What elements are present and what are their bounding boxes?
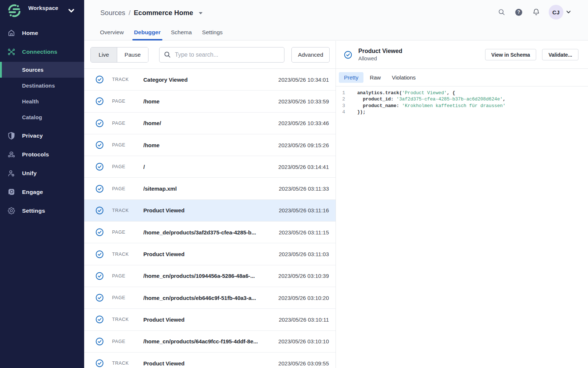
shield-icon bbox=[8, 132, 15, 140]
sidebar-item-protocols[interactable]: Protocols bbox=[0, 145, 84, 164]
tab-debugger[interactable]: Debugger bbox=[134, 29, 161, 40]
event-name: / bbox=[143, 164, 278, 170]
event-list-pane: Live Pause Advanced TRACK Categ bbox=[84, 41, 336, 368]
workspace-label: Workspace bbox=[28, 5, 58, 11]
search-icon[interactable] bbox=[498, 9, 505, 15]
search-icon bbox=[498, 9, 505, 15]
search-input[interactable] bbox=[175, 52, 280, 58]
event-row[interactable]: PAGE /home_cn/products/64ac9fcc-f195-4dd… bbox=[84, 331, 336, 353]
search-icon bbox=[164, 51, 171, 58]
check-circle-icon bbox=[96, 294, 104, 302]
event-timestamp: 2023/05/26 03:14:41 bbox=[278, 164, 329, 170]
event-row[interactable]: PAGE /home/ 2023/05/26 10:33:46 bbox=[84, 113, 336, 134]
page-header: Sources / Ecommerce Home ? CJ bbox=[84, 0, 588, 40]
advanced-button[interactable]: Advanced bbox=[291, 47, 330, 63]
check-circle-icon bbox=[96, 228, 104, 236]
view-in-schema-button[interactable]: View in Schema bbox=[485, 49, 537, 60]
chevron-down-icon[interactable] bbox=[566, 11, 571, 14]
event-search bbox=[159, 47, 284, 63]
help-icon[interactable]: ? bbox=[515, 9, 522, 16]
tab-raw[interactable]: Raw bbox=[370, 72, 381, 83]
sidebar-item-label: Settings bbox=[22, 208, 45, 214]
check-circle-icon bbox=[96, 163, 104, 171]
sidebar-item-health[interactable]: Health bbox=[0, 93, 84, 109]
home-icon bbox=[8, 29, 15, 37]
event-row[interactable]: TRACK Product Viewed 2023/05/26 03:10:11 bbox=[84, 309, 336, 330]
event-name: /home/ bbox=[143, 120, 278, 126]
sidebar-item-unify[interactable]: Unify bbox=[0, 164, 84, 183]
event-name: /home_cn/products/eb646c9f-51fb-40a3-a..… bbox=[143, 295, 278, 301]
connections-subnav: Sources Destinations Health Catalog bbox=[0, 62, 84, 125]
code-token-string: 'Product Viewed' bbox=[402, 90, 447, 96]
tab-schema[interactable]: Schema bbox=[171, 29, 192, 40]
tab-violations[interactable]: Violations bbox=[392, 72, 416, 83]
live-button[interactable]: Live bbox=[91, 47, 117, 62]
event-name: Product Viewed bbox=[143, 360, 278, 367]
check-circle-icon bbox=[96, 185, 104, 193]
breadcrumb-sources-link[interactable]: Sources bbox=[100, 9, 125, 17]
sidebar: Workspace Home bbox=[0, 0, 84, 368]
sidebar-item-engage[interactable]: Engage bbox=[0, 183, 84, 201]
event-timestamp: 2023/05/26 03:10:11 bbox=[279, 316, 329, 323]
workspace-switcher[interactable]: Workspace bbox=[0, 0, 84, 21]
event-timestamp: 2023/05/26 03:10:39 bbox=[278, 273, 329, 279]
event-detail-pane: Product Viewed Allowed View in Schema Va… bbox=[336, 41, 588, 368]
event-name: /sitemap.xml bbox=[143, 185, 279, 192]
tab-overview[interactable]: Overview bbox=[100, 29, 124, 40]
tab-settings[interactable]: Settings bbox=[202, 29, 223, 40]
avatar[interactable]: CJ bbox=[549, 5, 563, 20]
check-circle-icon bbox=[96, 315, 104, 323]
event-timestamp: 2023/05/26 10:34:01 bbox=[278, 77, 329, 83]
code-token-code: , { bbox=[447, 90, 455, 96]
connections-icon bbox=[8, 48, 15, 56]
event-row[interactable]: TRACK Product Viewed 2023/05/26 03:11:16 bbox=[84, 200, 336, 222]
event-row[interactable]: PAGE /home_cn/products/eb646c9f-51fb-40a… bbox=[84, 287, 336, 309]
sidebar-item-connections[interactable]: Connections bbox=[0, 42, 84, 61]
check-circle-icon bbox=[96, 97, 104, 105]
sidebar-item-catalog[interactable]: Catalog bbox=[0, 109, 84, 125]
event-name: Product Viewed bbox=[143, 207, 279, 213]
event-type-label: PAGE bbox=[112, 339, 143, 344]
event-timestamp: 2023/05/26 03:10:20 bbox=[278, 295, 329, 301]
sidebar-item-destinations[interactable]: Destinations bbox=[0, 78, 84, 93]
event-row[interactable]: PAGE /home 2023/05/26 10:33:59 bbox=[84, 91, 336, 112]
sidebar-item-label: Engage bbox=[22, 189, 43, 195]
payload-code: 1234 analytics.track('Product Viewed', {… bbox=[336, 86, 588, 115]
event-row[interactable]: TRACK Product Viewed 2023/05/26 03:09:55 bbox=[84, 353, 336, 368]
caret-down-icon[interactable] bbox=[199, 12, 202, 14]
bell-icon[interactable] bbox=[533, 8, 540, 16]
event-type-label: PAGE bbox=[112, 230, 143, 235]
check-circle-icon bbox=[96, 75, 104, 84]
sidebar-item-label: Unify bbox=[22, 170, 37, 177]
sidebar-item-settings[interactable]: Settings bbox=[0, 201, 84, 220]
validate-button[interactable]: Validate... bbox=[542, 49, 578, 60]
event-row[interactable]: TRACK Product Viewed 2023/05/26 03:11:03 bbox=[84, 243, 336, 265]
bell-icon bbox=[533, 8, 540, 16]
pause-button[interactable]: Pause bbox=[117, 47, 148, 62]
subnav-label: Destinations bbox=[22, 83, 55, 89]
event-row[interactable]: PAGE /sitemap.xml 2023/05/26 03:11:33 bbox=[84, 178, 336, 199]
tab-pretty[interactable]: Pretty bbox=[339, 72, 363, 83]
event-type-label: PAGE bbox=[112, 121, 143, 126]
sidebar-item-privacy[interactable]: Privacy bbox=[0, 126, 84, 145]
event-row[interactable]: PAGE /home_de/products/3af2d375-cfea-428… bbox=[84, 222, 336, 243]
unify-icon bbox=[8, 170, 15, 177]
code-token-code: analytics.track( bbox=[357, 90, 402, 96]
code-lines: analytics.track('Product Viewed', { prod… bbox=[357, 90, 506, 115]
check-circle-icon bbox=[96, 185, 104, 193]
chevron-down-icon[interactable] bbox=[68, 9, 74, 13]
breadcrumb-current-source: Ecommerce Home bbox=[134, 9, 193, 17]
event-row[interactable]: PAGE /home 2023/05/26 09:15:26 bbox=[84, 134, 336, 156]
gear-icon bbox=[8, 207, 15, 215]
event-row[interactable]: PAGE / 2023/05/26 03:14:41 bbox=[84, 156, 336, 178]
check-circle-icon bbox=[96, 75, 104, 84]
sidebar-item-sources[interactable]: Sources bbox=[0, 62, 84, 78]
event-type-label: PAGE bbox=[112, 164, 143, 169]
event-type-label: PAGE bbox=[112, 99, 143, 104]
sidebar-item-home[interactable]: Home bbox=[0, 24, 84, 42]
event-row[interactable]: TRACK Category Viewed 2023/05/26 10:34:0… bbox=[84, 69, 336, 91]
protocols-icon bbox=[8, 151, 15, 158]
chevron-down-icon bbox=[566, 11, 571, 14]
check-circle-icon bbox=[96, 359, 104, 367]
event-row[interactable]: PAGE /home_cn/products/1094456a-5286-48a… bbox=[84, 265, 336, 287]
